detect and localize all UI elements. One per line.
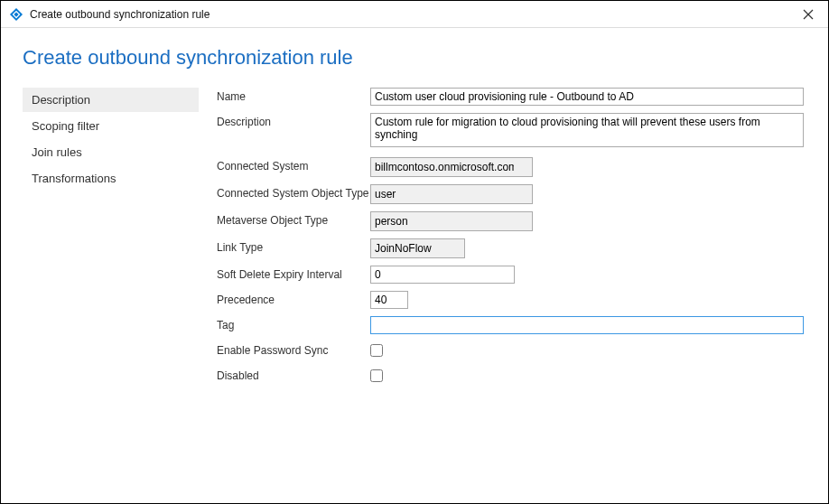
form: Name Description Custom rule for migrati… bbox=[199, 88, 806, 392]
description-label: Description bbox=[217, 113, 370, 128]
link-type-select[interactable]: JoinNoFlow bbox=[370, 238, 465, 258]
close-icon bbox=[803, 9, 814, 20]
page-title: Create outbound synchronization rule bbox=[23, 46, 806, 70]
name-label: Name bbox=[217, 88, 370, 103]
disabled-checkbox[interactable] bbox=[370, 369, 383, 382]
tag-label: Tag bbox=[217, 316, 370, 331]
password-sync-label: Enable Password Sync bbox=[217, 341, 370, 357]
app-icon bbox=[10, 8, 23, 21]
name-input[interactable] bbox=[370, 88, 804, 106]
connected-system-label: Connected System bbox=[217, 157, 370, 173]
close-button[interactable] bbox=[797, 4, 819, 25]
description-input[interactable]: Custom rule for migration to cloud provi… bbox=[370, 113, 804, 147]
sidebar-item-description[interactable]: Description bbox=[23, 88, 199, 112]
password-sync-checkbox[interactable] bbox=[370, 344, 383, 357]
titlebar: Create outbound synchronization rule bbox=[1, 1, 828, 28]
mv-object-type-label: Metaverse Object Type bbox=[217, 211, 370, 227]
window-title: Create outbound synchronization rule bbox=[30, 8, 797, 21]
cs-object-type-label: Connected System Object Type bbox=[217, 184, 370, 200]
sidebar-item-scoping-filter[interactable]: Scoping filter bbox=[23, 114, 199, 138]
link-type-label: Link Type bbox=[217, 238, 370, 254]
disabled-label: Disabled bbox=[217, 367, 370, 382]
sidebar-item-join-rules[interactable]: Join rules bbox=[23, 140, 199, 164]
cs-object-type-select[interactable]: user bbox=[370, 184, 533, 204]
precedence-label: Precedence bbox=[217, 291, 370, 306]
sidebar: Description Scoping filter Join rules Tr… bbox=[23, 88, 199, 392]
soft-delete-input[interactable] bbox=[370, 266, 515, 284]
mv-object-type-select[interactable]: person bbox=[370, 211, 533, 231]
connected-system-select[interactable]: billmcontoso.onmicrosoft.com - ... bbox=[370, 157, 533, 177]
tag-input[interactable] bbox=[370, 316, 804, 334]
sidebar-item-transformations[interactable]: Transformations bbox=[23, 166, 199, 191]
precedence-input[interactable] bbox=[370, 291, 408, 309]
soft-delete-label: Soft Delete Expiry Interval bbox=[217, 266, 370, 281]
